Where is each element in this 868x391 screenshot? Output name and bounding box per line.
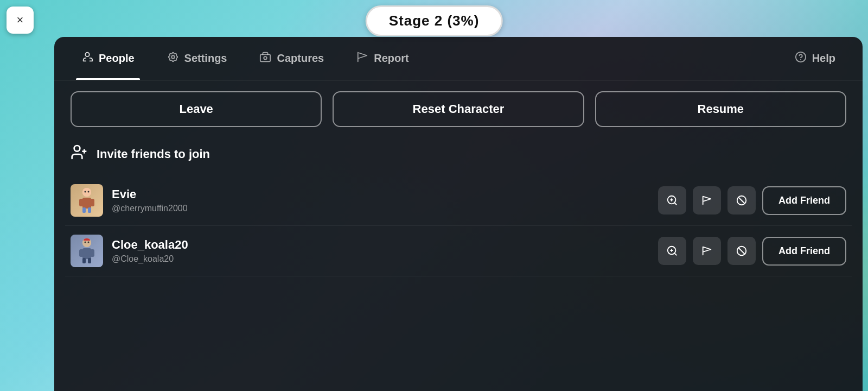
add-friend-button-cloe[interactable]: Add Friend (762, 237, 846, 266)
player-item: Evie @cherrymuffin2000 (65, 175, 852, 226)
tab-help-label: Help (812, 52, 835, 65)
svg-line-35 (738, 248, 745, 255)
resume-button[interactable]: Resume (595, 91, 846, 127)
svg-point-28 (85, 242, 86, 243)
player-username-evie: @cherrymuffin2000 (112, 204, 649, 213)
question-icon (795, 51, 807, 66)
player-name-cloe: Cloe_koala20 (112, 238, 649, 252)
player-username-cloe: @Cloe_koala20 (112, 254, 649, 264)
svg-rect-7 (82, 198, 91, 209)
svg-point-1 (264, 56, 267, 60)
player-avatar-evie (71, 184, 103, 217)
tab-settings[interactable]: Settings (151, 37, 244, 80)
invite-label: Invite friends to join (97, 147, 210, 161)
tab-captures-label: Captures (277, 52, 324, 65)
flag-button-evie[interactable] (693, 186, 721, 215)
close-button[interactable]: × (7, 7, 34, 34)
stage-label: Stage 2 (3%) (366, 5, 503, 36)
player-info-evie: Evie @cherrymuffin2000 (112, 187, 649, 213)
svg-rect-23 (79, 249, 84, 257)
tab-people-label: People (99, 52, 135, 65)
svg-line-16 (674, 203, 676, 205)
invite-section[interactable]: Invite friends to join (54, 138, 863, 175)
svg-point-12 (82, 188, 91, 197)
tab-captures[interactable]: Captures (243, 37, 340, 80)
tab-report[interactable]: Report (340, 37, 425, 80)
invite-friends-icon (71, 143, 88, 165)
svg-rect-25 (82, 258, 86, 263)
tab-bar: People Settings Captures (54, 37, 863, 80)
leave-button[interactable]: Leave (71, 91, 322, 127)
main-modal: People Settings Captures (54, 37, 863, 391)
zoom-button-cloe[interactable] (658, 237, 686, 265)
zoom-button-evie[interactable] (658, 186, 686, 215)
svg-line-20 (738, 197, 745, 204)
close-icon: × (17, 13, 24, 27)
svg-rect-8 (79, 199, 84, 206)
svg-point-13 (85, 191, 86, 193)
svg-rect-9 (90, 199, 94, 206)
svg-rect-11 (88, 207, 91, 213)
svg-rect-0 (260, 54, 270, 61)
tab-settings-label: Settings (184, 52, 227, 65)
svg-rect-26 (88, 258, 91, 263)
svg-point-29 (88, 242, 90, 243)
svg-rect-10 (82, 207, 86, 213)
player-avatar-cloe (71, 235, 103, 267)
player-name-evie: Evie (112, 187, 649, 201)
flag-icon (356, 51, 368, 66)
reset-character-button[interactable]: Reset Character (333, 91, 584, 127)
svg-line-31 (674, 253, 676, 255)
player-info-cloe: Cloe_koala20 @Cloe_koala20 (112, 238, 649, 264)
block-button-evie[interactable] (727, 186, 756, 215)
tab-people[interactable]: People (65, 37, 151, 80)
player-actions-cloe: Add Friend (658, 237, 846, 266)
players-list: Evie @cherrymuffin2000 (54, 175, 863, 391)
action-row: Leave Reset Character Resume (54, 80, 863, 138)
svg-rect-24 (90, 249, 94, 257)
camera-icon (259, 51, 271, 66)
gear-icon (167, 51, 179, 66)
add-friend-button-evie[interactable]: Add Friend (762, 186, 846, 215)
people-icon (81, 51, 93, 66)
player-item: Cloe_koala20 @Cloe_koala20 (65, 226, 852, 276)
svg-point-3 (74, 146, 80, 152)
player-actions-evie: Add Friend (658, 186, 846, 215)
flag-button-cloe[interactable] (693, 237, 721, 265)
block-button-cloe[interactable] (727, 237, 756, 265)
tab-help[interactable]: Help (778, 37, 852, 80)
svg-rect-22 (82, 248, 91, 259)
tab-report-label: Report (374, 52, 409, 65)
svg-point-14 (88, 191, 90, 193)
